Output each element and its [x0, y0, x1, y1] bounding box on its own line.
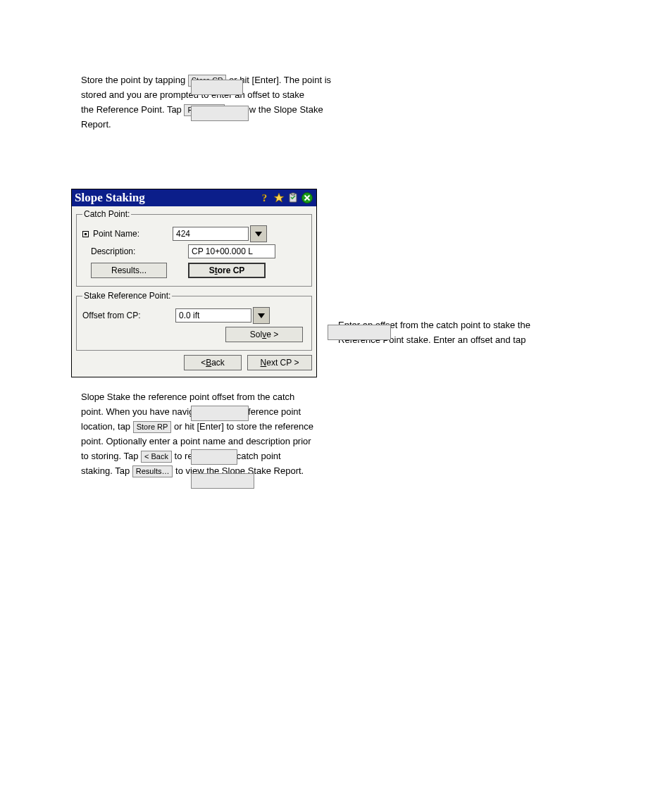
point-name-bullet-icon: [82, 231, 89, 237]
chevron-down-icon: [258, 313, 265, 318]
offset-label: Offset from CP:: [82, 311, 140, 320]
floating-btn-d: [191, 449, 237, 465]
floating-btn-b: [191, 106, 249, 121]
point-name-input[interactable]: [173, 227, 249, 241]
offset-input[interactable]: [175, 308, 251, 323]
description-label: Description:: [91, 246, 135, 256]
window-title: Slope Staking: [75, 190, 145, 206]
catch-point-legend: Catch Point:: [82, 209, 131, 219]
description-input[interactable]: [188, 244, 275, 258]
doc-inline-store-rp: Store RP: [133, 421, 172, 433]
reference-point-group: Stake Reference Point: Offset from CP: S…: [76, 291, 312, 351]
offset-dropdown[interactable]: [253, 307, 270, 324]
next-cp-button[interactable]: Next CP >: [247, 355, 312, 370]
results-button[interactable]: Results...: [91, 263, 167, 278]
doc-text: to storing. Tap: [81, 451, 141, 461]
catch-point-group: Catch Point: Point Name: Description:: [76, 209, 312, 287]
close-icon[interactable]: [301, 192, 313, 204]
floating-btn-c: [191, 406, 249, 421]
reference-point-legend: Stake Reference Point:: [82, 291, 172, 301]
doc-inline-results2: Results…: [132, 465, 173, 477]
store-cp-button[interactable]: Store CP: [188, 263, 266, 278]
doc-text: or hit [Enter] to store the reference: [174, 421, 313, 432]
point-name-label: Point Name:: [93, 229, 139, 239]
doc-text: the Reference Point. Tap: [81, 104, 184, 115]
svg-text:?: ?: [262, 193, 267, 204]
doc-inline-back: < Back: [141, 451, 172, 463]
back-button[interactable]: < Back: [184, 355, 242, 370]
floating-btn-e: [191, 473, 254, 489]
point-name-dropdown[interactable]: [250, 225, 267, 242]
doc-text: location, tap: [81, 421, 133, 432]
doc-text: Slope Stake the reference point offset f…: [81, 391, 412, 404]
title-bar: Slope Staking ?: [72, 189, 316, 206]
help-icon[interactable]: ?: [259, 192, 271, 204]
doc-text: staking. Tap: [81, 465, 132, 476]
floating-btn-solve: [328, 325, 391, 340]
doc-text: point. Optionally enter a point name and…: [81, 435, 412, 448]
doc-text: Store the point by tapping: [81, 75, 188, 85]
doc-text: stored and you are prompted to enter an …: [81, 89, 412, 101]
doc-text: or hit [Enter]. The point is: [229, 75, 331, 85]
floating-btn-a: [191, 80, 243, 95]
chevron-down-icon: [255, 232, 262, 237]
star-icon[interactable]: [273, 192, 285, 204]
svg-marker-1: [274, 193, 284, 202]
solve-button[interactable]: Solve >: [225, 327, 303, 342]
svg-rect-3: [292, 193, 295, 195]
slope-staking-window: Slope Staking ? Catch Point: P: [71, 189, 317, 377]
clipboard-icon[interactable]: [287, 192, 299, 204]
